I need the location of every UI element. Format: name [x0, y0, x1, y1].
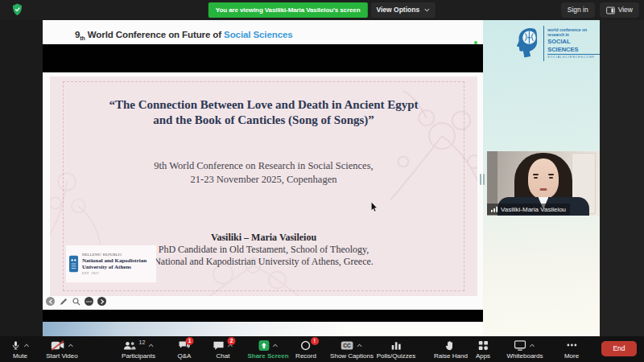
layout-icon	[606, 6, 615, 14]
uoa-line2: National and Kapodistrian	[82, 257, 147, 265]
qa-button[interactable]: 1 Q&A	[178, 339, 192, 360]
chat-bubble-icon	[213, 340, 225, 351]
participants-button[interactable]: 12 Participants	[122, 339, 155, 360]
apps-grid-icon	[477, 340, 488, 351]
mouse-cursor	[370, 201, 378, 216]
right-letterbox	[600, 20, 644, 336]
meeting-top-bar: You are viewing Vasiliki-Maria Vasileiou…	[0, 0, 644, 20]
eyebrow	[533, 174, 539, 175]
slide-conference-info: 9th World Conference on Research in Soci…	[50, 159, 477, 187]
raise-hand-icon	[446, 340, 456, 351]
participant-face	[528, 158, 559, 199]
zoom-tool-button[interactable]	[72, 297, 80, 306]
conference-logo: world conference on research in SOCIAL S…	[515, 26, 600, 61]
connection-signal-icon	[491, 206, 498, 212]
more-button[interactable]: More	[564, 339, 579, 360]
security-shield-icon[interactable]	[12, 3, 23, 19]
share-screen-button[interactable]: Share Screen	[247, 339, 288, 360]
chat-badge: 2	[228, 337, 236, 345]
sign-in-label: Sign in	[568, 2, 588, 18]
view-options-button[interactable]: View Options	[370, 2, 436, 18]
participant-video-thumbnail[interactable]: Vasiliki-Maria Vasileiou	[487, 151, 600, 216]
record-icon	[300, 340, 311, 351]
head-profile-logo-icon	[515, 26, 540, 61]
eye	[549, 177, 553, 179]
slide-header-text: 9th World Conference on Future of Social…	[75, 30, 293, 41]
shared-desktop-background: world conference on research in SOCIAL S…	[483, 20, 600, 336]
next-slide-button[interactable]	[97, 297, 106, 306]
record-badge: !	[311, 337, 319, 345]
microphone-icon	[11, 340, 21, 351]
start-video-button[interactable]: Start Video	[46, 339, 77, 360]
view-label: View	[618, 2, 633, 18]
university-of-athens-logo: HELLENIC REPUBLIC National and Kapodistr…	[66, 245, 156, 282]
eyebrow	[548, 174, 554, 175]
participants-count: 12	[139, 339, 146, 345]
video-panel-drag-handle[interactable]	[480, 174, 485, 185]
pen-tool-button[interactable]	[59, 297, 68, 306]
participants-icon	[123, 340, 136, 351]
slideshow-controls	[46, 297, 106, 306]
viewing-screen-banner: You are viewing Vasiliki-Maria Vasileiou…	[208, 2, 368, 18]
green-indicator-dot	[474, 41, 477, 44]
participant-name: Vasiliki-Maria Vasileiou	[501, 206, 566, 213]
whiteboard-icon	[514, 340, 526, 351]
sign-in-button[interactable]: Sign in	[561, 2, 595, 18]
qa-badge: 1	[185, 337, 193, 345]
presentation-slide: “The Connection Between Love and Death i…	[50, 76, 477, 296]
chevron-up-icon[interactable]	[272, 343, 278, 348]
show-captions-button[interactable]: CC Show Captions	[330, 339, 374, 360]
svg-text:CC: CC	[344, 343, 352, 348]
share-screen-icon	[258, 340, 269, 351]
chevron-up-icon[interactable]	[68, 343, 73, 348]
meeting-toolbar: Mute Start Video 12 Participants 1 Q&A	[0, 336, 644, 362]
uoa-line4: EST. 1837	[82, 271, 147, 275]
lips	[540, 188, 547, 191]
participant-name-tag: Vasiliki-Maria Vasileiou	[487, 204, 570, 215]
end-meeting-button[interactable]: End	[601, 341, 637, 356]
polls-quizzes-button[interactable]: Polls/Quizzes	[377, 339, 415, 360]
taskbar-gradient-strip	[43, 322, 483, 336]
black-redaction-bar-top	[43, 44, 483, 72]
shared-presentation-area: 9th World Conference on Future of Social…	[43, 20, 483, 336]
uoa-line3: University of Athens	[82, 264, 147, 271]
chevron-up-icon[interactable]	[148, 343, 154, 348]
conf-logo-line3: SOCIAL SCIENCES	[547, 38, 600, 56]
slide-title: “The Connection Between Love and Death i…	[50, 97, 477, 128]
chevron-up-icon[interactable]	[357, 343, 363, 348]
chevron-down-icon	[424, 8, 430, 12]
bar-chart-icon	[391, 340, 402, 351]
whiteboards-button[interactable]: Whiteboards	[507, 339, 543, 360]
chat-button[interactable]: 2 Chat	[213, 339, 233, 360]
apps-button[interactable]: Apps	[476, 339, 490, 360]
eye	[534, 177, 538, 179]
record-button[interactable]: ! Record	[295, 339, 316, 360]
raise-hand-button[interactable]: Raise Hand	[434, 339, 468, 360]
left-letterbox	[0, 20, 43, 336]
closed-captions-icon: CC	[341, 340, 354, 351]
ellipsis-icon	[566, 343, 576, 347]
conf-logo-line4: SOCIALSCIENCESCONF	[547, 56, 600, 60]
video-camera-off-icon	[51, 340, 64, 351]
previous-slide-button[interactable]	[46, 297, 55, 306]
chevron-up-icon[interactable]	[24, 343, 30, 348]
black-redaction-bar-bottom	[43, 310, 483, 322]
zoom-meeting-window: You are viewing Vasiliki-Maria Vasileiou…	[0, 0, 644, 362]
uoa-emblem-icon	[68, 254, 79, 274]
more-slideshow-options-button[interactable]	[85, 297, 93, 306]
mute-button[interactable]: Mute	[11, 339, 30, 360]
view-options-label: View Options	[376, 2, 419, 18]
chevron-up-icon[interactable]	[530, 343, 535, 348]
view-layout-button[interactable]: View	[600, 2, 639, 18]
